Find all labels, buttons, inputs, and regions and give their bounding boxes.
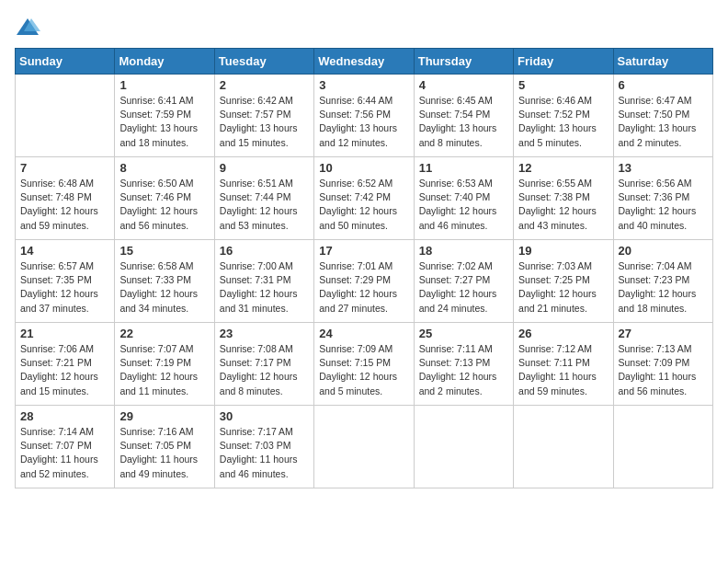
day-info: Sunrise: 6:52 AMSunset: 7:42 PMDaylight:… [319,177,408,233]
day-info: Sunrise: 7:14 AMSunset: 7:07 PMDaylight:… [20,425,109,481]
weekday-header-monday: Monday [115,49,214,75]
day-info: Sunrise: 6:53 AMSunset: 7:40 PMDaylight:… [419,177,508,233]
day-info: Sunrise: 7:08 AMSunset: 7:17 PMDaylight:… [220,342,309,398]
day-number: 6 [619,78,708,92]
day-number: 5 [518,78,608,92]
calendar-cell: 9Sunrise: 6:51 AMSunset: 7:44 PMDaylight… [214,157,313,240]
weekday-header-friday: Friday [514,49,613,75]
calendar-cell: 29Sunrise: 7:16 AMSunset: 7:05 PMDayligh… [115,406,214,488]
day-info: Sunrise: 6:47 AMSunset: 7:50 PMDaylight:… [619,94,708,150]
calendar-cell: 13Sunrise: 6:56 AMSunset: 7:36 PMDayligh… [613,157,712,240]
weekday-header-tuesday: Tuesday [214,49,313,75]
calendar-cell: 4Sunrise: 6:45 AMSunset: 7:54 PMDaylight… [414,75,513,157]
day-number: 8 [119,161,209,175]
day-number: 24 [319,327,408,340]
calendar-week-5: 28Sunrise: 7:14 AMSunset: 7:07 PMDayligh… [16,406,713,488]
calendar-cell: 10Sunrise: 6:52 AMSunset: 7:42 PMDayligh… [314,157,414,240]
calendar-table: SundayMondayTuesdayWednesdayThursdayFrid… [15,48,713,488]
weekday-header-saturday: Saturday [613,49,712,75]
calendar-cell: 2Sunrise: 6:42 AMSunset: 7:57 PMDaylight… [214,75,313,157]
page-header [15,15,713,40]
day-number: 16 [220,244,309,258]
calendar-cell: 11Sunrise: 6:53 AMSunset: 7:40 PMDayligh… [414,157,513,240]
day-number: 23 [220,327,309,340]
calendar-cell: 27Sunrise: 7:13 AMSunset: 7:09 PMDayligh… [613,323,712,406]
day-number: 14 [20,244,109,258]
day-number: 2 [220,78,309,92]
day-info: Sunrise: 6:55 AMSunset: 7:38 PMDaylight:… [518,177,608,233]
calendar-cell [414,406,513,488]
day-info: Sunrise: 7:17 AMSunset: 7:03 PMDaylight:… [220,425,309,481]
calendar-week-3: 14Sunrise: 6:57 AMSunset: 7:35 PMDayligh… [16,240,713,323]
calendar-cell: 6Sunrise: 6:47 AMSunset: 7:50 PMDaylight… [613,75,712,157]
calendar-cell: 19Sunrise: 7:03 AMSunset: 7:25 PMDayligh… [514,240,613,323]
day-number: 26 [518,327,608,340]
day-number: 20 [619,244,708,258]
day-info: Sunrise: 6:50 AMSunset: 7:46 PMDaylight:… [119,177,209,233]
day-number: 3 [319,78,408,92]
day-number: 19 [518,244,608,258]
day-info: Sunrise: 7:16 AMSunset: 7:05 PMDaylight:… [119,425,209,481]
calendar-cell: 21Sunrise: 7:06 AMSunset: 7:21 PMDayligh… [16,323,115,406]
calendar-cell [314,406,414,488]
calendar-cell: 15Sunrise: 6:58 AMSunset: 7:33 PMDayligh… [115,240,214,323]
day-number: 1 [119,78,209,92]
logo [15,15,44,40]
day-number: 10 [319,161,408,175]
day-number: 30 [220,409,309,423]
day-number: 13 [619,161,708,175]
day-number: 17 [319,244,408,258]
day-info: Sunrise: 6:41 AMSunset: 7:59 PMDaylight:… [119,94,209,150]
day-info: Sunrise: 7:00 AMSunset: 7:31 PMDaylight:… [220,259,309,316]
day-info: Sunrise: 7:03 AMSunset: 7:25 PMDaylight:… [518,259,608,316]
day-number: 15 [119,244,209,258]
day-info: Sunrise: 7:12 AMSunset: 7:11 PMDaylight:… [518,342,608,398]
day-number: 9 [220,161,309,175]
day-number: 25 [419,327,508,340]
day-number: 27 [619,327,708,340]
calendar-cell: 1Sunrise: 6:41 AMSunset: 7:59 PMDaylight… [115,75,214,157]
day-info: Sunrise: 6:44 AMSunset: 7:56 PMDaylight:… [319,94,408,150]
day-info: Sunrise: 6:48 AMSunset: 7:48 PMDaylight:… [20,177,109,233]
day-number: 29 [119,409,209,423]
logo-icon [15,15,40,40]
day-info: Sunrise: 6:45 AMSunset: 7:54 PMDaylight:… [419,94,508,150]
calendar-cell: 8Sunrise: 6:50 AMSunset: 7:46 PMDaylight… [115,157,214,240]
calendar-cell [613,406,712,488]
day-number: 12 [518,161,608,175]
day-info: Sunrise: 7:07 AMSunset: 7:19 PMDaylight:… [119,342,209,398]
day-info: Sunrise: 6:58 AMSunset: 7:33 PMDaylight:… [119,259,209,316]
calendar-week-2: 7Sunrise: 6:48 AMSunset: 7:48 PMDaylight… [16,157,713,240]
weekday-header-sunday: Sunday [16,49,115,75]
day-info: Sunrise: 6:51 AMSunset: 7:44 PMDaylight:… [220,177,309,233]
calendar-cell [514,406,613,488]
weekday-header-row: SundayMondayTuesdayWednesdayThursdayFrid… [16,49,713,75]
calendar-cell: 20Sunrise: 7:04 AMSunset: 7:23 PMDayligh… [613,240,712,323]
calendar-cell [16,75,115,157]
day-number: 11 [419,161,508,175]
day-number: 7 [20,161,109,175]
calendar-cell: 26Sunrise: 7:12 AMSunset: 7:11 PMDayligh… [514,323,613,406]
calendar-cell: 24Sunrise: 7:09 AMSunset: 7:15 PMDayligh… [314,323,414,406]
day-info: Sunrise: 7:04 AMSunset: 7:23 PMDaylight:… [619,259,708,316]
calendar-cell: 7Sunrise: 6:48 AMSunset: 7:48 PMDaylight… [16,157,115,240]
day-info: Sunrise: 7:06 AMSunset: 7:21 PMDaylight:… [20,342,109,398]
calendar-cell: 22Sunrise: 7:07 AMSunset: 7:19 PMDayligh… [115,323,214,406]
calendar-cell: 30Sunrise: 7:17 AMSunset: 7:03 PMDayligh… [214,406,313,488]
day-info: Sunrise: 7:02 AMSunset: 7:27 PMDaylight:… [419,259,508,316]
day-info: Sunrise: 6:56 AMSunset: 7:36 PMDaylight:… [619,177,708,233]
day-info: Sunrise: 7:01 AMSunset: 7:29 PMDaylight:… [319,259,408,316]
calendar-week-4: 21Sunrise: 7:06 AMSunset: 7:21 PMDayligh… [16,323,713,406]
calendar-cell: 5Sunrise: 6:46 AMSunset: 7:52 PMDaylight… [514,75,613,157]
calendar-cell: 25Sunrise: 7:11 AMSunset: 7:13 PMDayligh… [414,323,513,406]
day-info: Sunrise: 6:46 AMSunset: 7:52 PMDaylight:… [518,94,608,150]
day-number: 22 [119,327,209,340]
day-number: 4 [419,78,508,92]
day-info: Sunrise: 6:57 AMSunset: 7:35 PMDaylight:… [20,259,109,316]
weekday-header-thursday: Thursday [414,49,513,75]
calendar-cell: 23Sunrise: 7:08 AMSunset: 7:17 PMDayligh… [214,323,313,406]
day-info: Sunrise: 7:11 AMSunset: 7:13 PMDaylight:… [419,342,508,398]
calendar-cell: 28Sunrise: 7:14 AMSunset: 7:07 PMDayligh… [16,406,115,488]
calendar-cell: 14Sunrise: 6:57 AMSunset: 7:35 PMDayligh… [16,240,115,323]
calendar-cell: 12Sunrise: 6:55 AMSunset: 7:38 PMDayligh… [514,157,613,240]
